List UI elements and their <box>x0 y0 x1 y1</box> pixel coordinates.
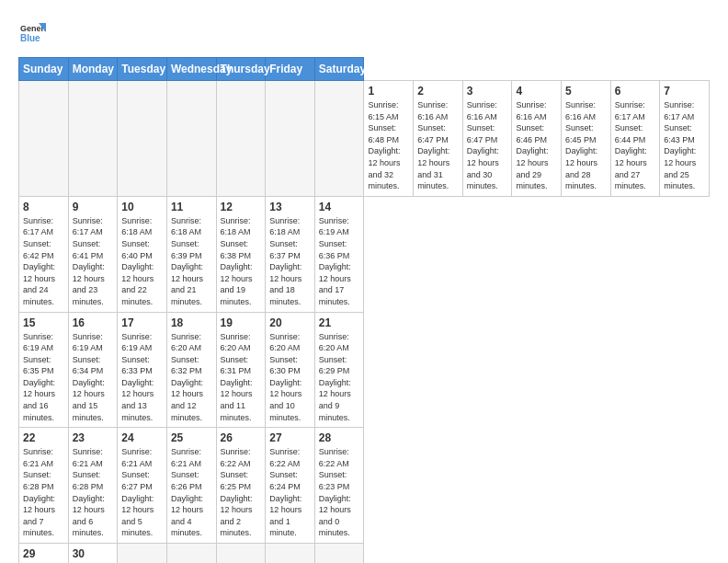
calendar-cell: 30 Sunrise: 6:23 AMSunset: 6:21 PMDaylig… <box>68 544 118 564</box>
day-header: Monday <box>68 58 118 81</box>
calendar-cell: 19 Sunrise: 6:20 AMSunset: 6:31 PMDaylig… <box>216 312 266 428</box>
calendar-cell <box>118 81 167 197</box>
day-number: 25 <box>171 431 212 444</box>
day-number: 24 <box>121 431 163 444</box>
calendar-cell <box>216 81 266 197</box>
calendar-cell: 15 Sunrise: 6:19 AMSunset: 6:35 PMDaylig… <box>19 312 69 428</box>
calendar-cell: 13 Sunrise: 6:18 AMSunset: 6:37 PMDaylig… <box>266 196 315 312</box>
calendar-cell: 5 Sunrise: 6:16 AMSunset: 6:45 PMDayligh… <box>562 81 611 197</box>
calendar-cell: 6 Sunrise: 6:17 AMSunset: 6:44 PMDayligh… <box>610 81 660 197</box>
day-info: Sunrise: 6:17 AMSunset: 6:41 PMDaylight:… <box>73 215 114 308</box>
calendar-cell: 7 Sunrise: 6:17 AMSunset: 6:43 PMDayligh… <box>660 81 710 197</box>
day-info: Sunrise: 6:22 AMSunset: 6:25 PMDaylight:… <box>221 446 262 539</box>
day-number: 21 <box>319 316 360 329</box>
day-info: Sunrise: 6:20 AMSunset: 6:32 PMDaylight:… <box>171 331 212 424</box>
day-number: 18 <box>171 316 212 329</box>
calendar-body: 1 Sunrise: 6:15 AMSunset: 6:48 PMDayligh… <box>19 81 710 564</box>
calendar-cell: 27 Sunrise: 6:22 AMSunset: 6:24 PMDaylig… <box>266 428 315 544</box>
calendar-cell: 21 Sunrise: 6:20 AMSunset: 6:29 PMDaylig… <box>314 312 364 428</box>
day-number: 20 <box>269 316 311 329</box>
calendar-cell: 3 Sunrise: 6:16 AMSunset: 6:47 PMDayligh… <box>462 81 512 197</box>
day-number: 8 <box>23 201 64 213</box>
calendar-cell: 28 Sunrise: 6:22 AMSunset: 6:23 PMDaylig… <box>314 428 364 544</box>
day-number: 1 <box>368 85 409 98</box>
calendar-header: General Blue <box>18 18 710 46</box>
day-number: 11 <box>171 201 212 213</box>
day-number: 23 <box>73 431 114 444</box>
day-info: Sunrise: 6:18 AMSunset: 6:37 PMDaylight:… <box>269 215 311 308</box>
svg-text:Blue: Blue <box>20 33 40 43</box>
day-info: Sunrise: 6:22 AMSunset: 6:24 PMDaylight:… <box>269 446 311 539</box>
calendar-container: General Blue SundayMondayTuesdayWednesda… <box>0 0 728 563</box>
day-number: 19 <box>221 316 262 329</box>
calendar-cell: 20 Sunrise: 6:20 AMSunset: 6:30 PMDaylig… <box>266 312 315 428</box>
day-number: 16 <box>73 316 114 329</box>
day-info: Sunrise: 6:16 AMSunset: 6:46 PMDaylight:… <box>516 99 557 192</box>
day-header: Thursday <box>216 58 266 81</box>
day-info: Sunrise: 6:19 AMSunset: 6:36 PMDaylight:… <box>319 215 360 308</box>
day-info: Sunrise: 6:20 AMSunset: 6:30 PMDaylight:… <box>269 331 311 424</box>
day-info: Sunrise: 6:18 AMSunset: 6:38 PMDaylight:… <box>221 215 262 308</box>
calendar-cell: 22 Sunrise: 6:21 AMSunset: 6:28 PMDaylig… <box>19 428 69 544</box>
day-header: Friday <box>266 58 315 81</box>
calendar-cell <box>166 544 216 564</box>
calendar-week-row: 1 Sunrise: 6:15 AMSunset: 6:48 PMDayligh… <box>19 81 710 197</box>
calendar-cell <box>166 81 216 197</box>
calendar-week-row: 15 Sunrise: 6:19 AMSunset: 6:35 PMDaylig… <box>19 312 710 428</box>
day-info: Sunrise: 6:17 AMSunset: 6:44 PMDaylight:… <box>615 99 656 192</box>
calendar-cell: 2 Sunrise: 6:16 AMSunset: 6:47 PMDayligh… <box>414 81 463 197</box>
calendar-cell: 10 Sunrise: 6:18 AMSunset: 6:40 PMDaylig… <box>118 196 167 312</box>
calendar-cell <box>68 81 118 197</box>
calendar-cell: 4 Sunrise: 6:16 AMSunset: 6:46 PMDayligh… <box>512 81 562 197</box>
day-info: Sunrise: 6:20 AMSunset: 6:31 PMDaylight:… <box>221 331 262 424</box>
calendar-cell <box>216 544 266 564</box>
day-header: Saturday <box>314 58 364 81</box>
calendar-cell: 29 Sunrise: 6:23 AMSunset: 6:22 PMDaylig… <box>19 544 69 564</box>
calendar-cell: 11 Sunrise: 6:18 AMSunset: 6:39 PMDaylig… <box>166 196 216 312</box>
calendar-cell: 23 Sunrise: 6:21 AMSunset: 6:28 PMDaylig… <box>68 428 118 544</box>
calendar-cell <box>19 81 69 197</box>
day-info: Sunrise: 6:21 AMSunset: 6:28 PMDaylight:… <box>73 446 114 539</box>
calendar-week-row: 8 Sunrise: 6:17 AMSunset: 6:42 PMDayligh… <box>19 196 710 312</box>
day-number: 30 <box>73 547 114 560</box>
day-info: Sunrise: 6:18 AMSunset: 6:39 PMDaylight:… <box>171 215 212 308</box>
day-number: 4 <box>516 85 557 98</box>
calendar-cell: 14 Sunrise: 6:19 AMSunset: 6:36 PMDaylig… <box>314 196 364 312</box>
calendar-cell <box>266 544 315 564</box>
calendar-cell <box>266 81 315 197</box>
day-header: Sunday <box>19 58 69 81</box>
day-number: 17 <box>121 316 163 329</box>
logo-icon: General Blue <box>18 18 46 46</box>
day-info: Sunrise: 6:16 AMSunset: 6:45 PMDaylight:… <box>565 99 607 192</box>
calendar-week-row: 29 Sunrise: 6:23 AMSunset: 6:22 PMDaylig… <box>19 544 710 564</box>
day-info: Sunrise: 6:19 AMSunset: 6:33 PMDaylight:… <box>121 331 163 424</box>
day-info: Sunrise: 6:21 AMSunset: 6:26 PMDaylight:… <box>171 446 212 539</box>
day-info: Sunrise: 6:19 AMSunset: 6:34 PMDaylight:… <box>73 331 114 424</box>
calendar-cell <box>314 81 364 197</box>
day-number: 29 <box>23 547 64 560</box>
day-info: Sunrise: 6:16 AMSunset: 6:47 PMDaylight:… <box>467 99 508 192</box>
day-number: 9 <box>73 201 114 213</box>
day-info: Sunrise: 6:17 AMSunset: 6:42 PMDaylight:… <box>23 215 64 308</box>
calendar-header-row: SundayMondayTuesdayWednesdayThursdayFrid… <box>19 58 710 81</box>
day-number: 10 <box>121 201 163 213</box>
calendar-cell: 1 Sunrise: 6:15 AMSunset: 6:48 PMDayligh… <box>364 81 414 197</box>
day-info: Sunrise: 6:20 AMSunset: 6:29 PMDaylight:… <box>319 331 360 424</box>
calendar-table: SundayMondayTuesdayWednesdayThursdayFrid… <box>18 57 710 563</box>
day-info: Sunrise: 6:16 AMSunset: 6:47 PMDaylight:… <box>417 99 459 192</box>
calendar-cell: 18 Sunrise: 6:20 AMSunset: 6:32 PMDaylig… <box>166 312 216 428</box>
day-number: 13 <box>269 201 311 213</box>
day-number: 15 <box>23 316 64 329</box>
calendar-cell: 8 Sunrise: 6:17 AMSunset: 6:42 PMDayligh… <box>19 196 69 312</box>
day-number: 27 <box>269 431 311 444</box>
calendar-cell: 25 Sunrise: 6:21 AMSunset: 6:26 PMDaylig… <box>166 428 216 544</box>
calendar-cell: 16 Sunrise: 6:19 AMSunset: 6:34 PMDaylig… <box>68 312 118 428</box>
calendar-cell: 12 Sunrise: 6:18 AMSunset: 6:38 PMDaylig… <box>216 196 266 312</box>
day-info: Sunrise: 6:21 AMSunset: 6:28 PMDaylight:… <box>23 446 64 539</box>
day-info: Sunrise: 6:22 AMSunset: 6:23 PMDaylight:… <box>319 446 360 539</box>
day-header: Wednesday <box>166 58 216 81</box>
day-number: 2 <box>417 85 459 98</box>
calendar-week-row: 22 Sunrise: 6:21 AMSunset: 6:28 PMDaylig… <box>19 428 710 544</box>
day-header: Tuesday <box>118 58 167 81</box>
calendar-cell: 26 Sunrise: 6:22 AMSunset: 6:25 PMDaylig… <box>216 428 266 544</box>
